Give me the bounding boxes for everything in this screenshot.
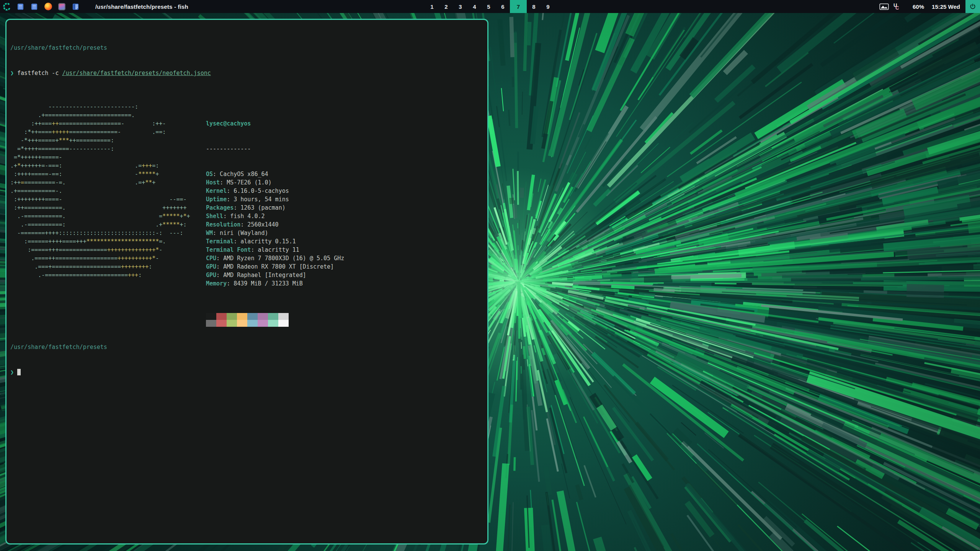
workspace-5[interactable]: 5 bbox=[482, 0, 496, 13]
palette-color-swatch bbox=[227, 320, 237, 327]
fetch-entry: Uptime: 3 hours, 54 mins bbox=[206, 195, 344, 204]
palette-color-swatch bbox=[216, 313, 227, 320]
cachyos-logo-icon[interactable] bbox=[3, 3, 11, 11]
workspace-6[interactable]: 6 bbox=[496, 0, 510, 13]
workspace-9[interactable]: 9 bbox=[541, 0, 555, 13]
palette-color-swatch bbox=[278, 313, 289, 320]
fetch-user-host: lysec@cachyos bbox=[206, 119, 344, 128]
file-manager-icon[interactable] bbox=[30, 3, 38, 11]
fetch-entries: OS: CachyOS x86_64Host: MS-7E26 (1.0)Ker… bbox=[206, 170, 344, 288]
cwd-line: /usr/share/fastfetch/presets bbox=[10, 44, 483, 52]
palette-color-swatch bbox=[247, 313, 258, 320]
palette-row bbox=[206, 313, 344, 320]
fetch-entry: Packages: 1263 (pacman) bbox=[206, 204, 344, 212]
prompt-line[interactable]: ❯ bbox=[10, 368, 483, 377]
palette-color-swatch bbox=[216, 320, 227, 327]
fetch-entry: Kernel: 6.16.0-5-cachyos bbox=[206, 187, 344, 195]
text-cursor bbox=[17, 369, 21, 375]
palette-color-swatch bbox=[227, 313, 237, 320]
system-info: lysec@cachyos ------------- OS: CachyOS … bbox=[206, 103, 344, 344]
palette-color-swatch bbox=[258, 320, 268, 327]
workspace-1[interactable]: 1 bbox=[425, 0, 439, 13]
fastfetch-output: -------------------------: .+===========… bbox=[10, 103, 483, 279]
palette-color-swatch bbox=[237, 320, 247, 327]
uc-tray-icon[interactable]: UC bbox=[893, 3, 900, 10]
focused-window-title: /usr/share/fastfetch/presets - fish bbox=[95, 3, 188, 10]
workspace-switcher: 123456789 bbox=[425, 0, 555, 13]
fetch-entry: Terminal: alacritty 0.15.1 bbox=[206, 237, 344, 246]
fetch-entry: GPU: AMD Raphael [Integrated] bbox=[206, 271, 344, 279]
workspace-8[interactable]: 8 bbox=[527, 0, 541, 13]
image-tray-icon[interactable] bbox=[879, 3, 889, 11]
palette-color-swatch bbox=[206, 313, 216, 320]
fetch-entry: Shell: fish 4.0.2 bbox=[206, 212, 344, 220]
fetch-entry: CPU: AMD Ryzen 7 7800X3D (16) @ 5.05 GHz bbox=[206, 254, 344, 262]
palette-color-swatch bbox=[278, 320, 289, 327]
workspace-4[interactable]: 4 bbox=[467, 0, 482, 13]
palette-color-swatch bbox=[247, 320, 258, 327]
alacritty-terminal-window[interactable]: /usr/share/fastfetch/presets ❯ fastfetch… bbox=[5, 19, 488, 544]
cwd-line: /usr/share/fastfetch/presets bbox=[10, 343, 483, 351]
fetch-entry: GPU: AMD Radeon RX 7800 XT [Discrete] bbox=[206, 262, 344, 271]
workspace-3[interactable]: 3 bbox=[453, 0, 467, 13]
palette-color-swatch bbox=[258, 313, 268, 320]
command-line: ❯ fastfetch -c /usr/share/fastfetch/pres… bbox=[10, 69, 483, 77]
file-manager-icon[interactable] bbox=[16, 3, 24, 11]
firefox-icon[interactable] bbox=[44, 3, 52, 11]
terminal-color-palette bbox=[206, 313, 344, 327]
top-bar: /usr/share/fastfetch/presets - fish 1234… bbox=[0, 0, 980, 13]
taskbar-launchers: /usr/share/fastfetch/presets - fish bbox=[0, 0, 188, 13]
palette-color-swatch bbox=[268, 320, 278, 327]
palette-color-swatch bbox=[268, 313, 278, 320]
command-argument: /usr/share/fastfetch/presets/neofetch.js… bbox=[62, 70, 211, 77]
workspace-7[interactable]: 7 bbox=[510, 0, 527, 13]
fetch-entry: WM: niri (Wayland) bbox=[206, 229, 344, 237]
cachyos-ascii-logo: -------------------------: .+===========… bbox=[10, 103, 190, 279]
fetch-entry: Terminal Font: alacritty 11 bbox=[206, 246, 344, 254]
palette-color-swatch bbox=[206, 320, 216, 327]
workspace-2[interactable]: 2 bbox=[439, 0, 453, 13]
system-tray: UC 60% 15:25 Wed bbox=[879, 0, 980, 13]
clock: 15:25 Wed bbox=[932, 3, 960, 10]
fetch-entry: Memory: 8439 MiB / 31233 MiB bbox=[206, 279, 344, 288]
fetch-entry: Resolution: 980x551 bbox=[206, 220, 344, 229]
app-grid-icon[interactable] bbox=[58, 3, 66, 11]
power-button[interactable] bbox=[965, 0, 980, 13]
fetch-entry: Host: MS-7E26 (1.0) bbox=[206, 178, 344, 187]
percentage-indicator: 60% bbox=[913, 3, 924, 10]
power-icon bbox=[970, 3, 976, 10]
palette-color-swatch bbox=[237, 313, 247, 320]
fetch-separator: ------------- bbox=[206, 145, 344, 153]
palette-row bbox=[206, 320, 344, 327]
fetch-entry: OS: CachyOS x86_64 bbox=[206, 170, 344, 178]
text-editor-icon[interactable] bbox=[72, 3, 80, 11]
